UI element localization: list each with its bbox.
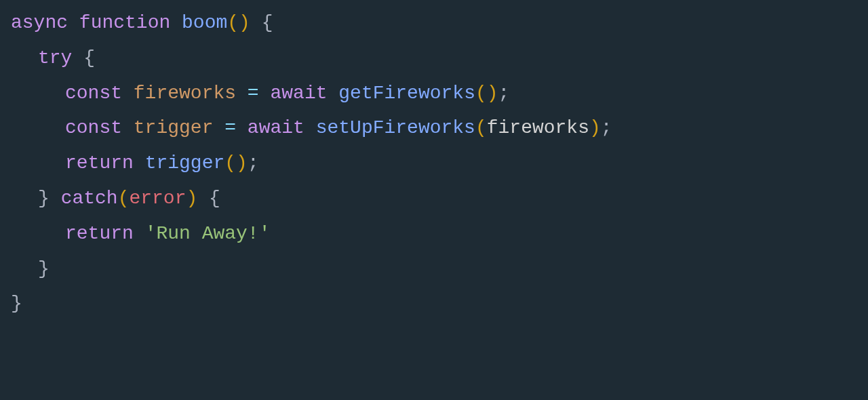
semicolon: ; [248,153,259,174]
function-call: trigger [145,153,225,174]
string-literal: 'Run Away!' [145,223,271,244]
keyword-const: const [65,83,122,104]
brace-close: } [11,293,22,314]
variable-fireworks: fireworks [122,83,236,104]
code-line-9: } [11,286,857,321]
operator-equals: = [236,83,270,104]
keyword-return: return [65,153,134,174]
keyword-await: await [248,117,304,138]
paren-close: ) [186,188,197,209]
space [134,223,145,244]
semicolon: ; [498,83,510,104]
parameter-error: error [129,188,186,209]
function-call: setUpFireworks [316,117,475,138]
code-line-7: return 'Run Away!' [11,216,857,252]
operator-equals: = [213,117,247,138]
argument: fireworks [487,117,589,138]
function-name: boom [182,12,227,33]
paren-open: ( [227,12,239,33]
function-call: getFireworks [338,83,475,104]
keyword-try: try [38,47,72,68]
code-line-8: } [11,252,857,287]
brace-close: } [38,188,50,209]
code-line-5: return trigger(); [11,146,857,181]
space [50,188,61,209]
space [304,117,316,138]
paren-close: ) [487,83,498,104]
code-line-2: try { [11,41,857,76]
keyword-function: function [79,12,170,33]
brace-open: { [250,12,273,33]
paren-open: ( [118,188,130,209]
code-editor: async function boom() { try { const fire… [11,5,857,321]
variable-trigger: trigger [122,117,213,138]
keyword-return: return [65,223,134,244]
semicolon: ; [601,117,612,138]
code-line-4: const trigger = await setUpFireworks(fir… [11,111,857,146]
code-line-3: const fireworks = await getFireworks(); [11,76,857,111]
brace-open: { [72,47,95,68]
keyword-catch: catch [61,188,118,209]
code-line-6: } catch(error) { [11,181,857,216]
paren-close: ) [589,117,601,138]
code-line-1: async function boom() { [11,5,857,41]
keyword-const: const [65,117,122,138]
space [327,83,338,104]
paren-open: ( [475,83,487,104]
brace-open: { [197,188,220,209]
paren-open: ( [475,117,487,138]
keyword-async: async [11,12,68,33]
keyword-await: await [270,83,327,104]
brace-close: } [38,258,50,279]
space [134,153,145,174]
paren-open: ( [224,153,236,174]
paren-close: ) [236,153,248,174]
paren-close: ) [239,12,250,33]
